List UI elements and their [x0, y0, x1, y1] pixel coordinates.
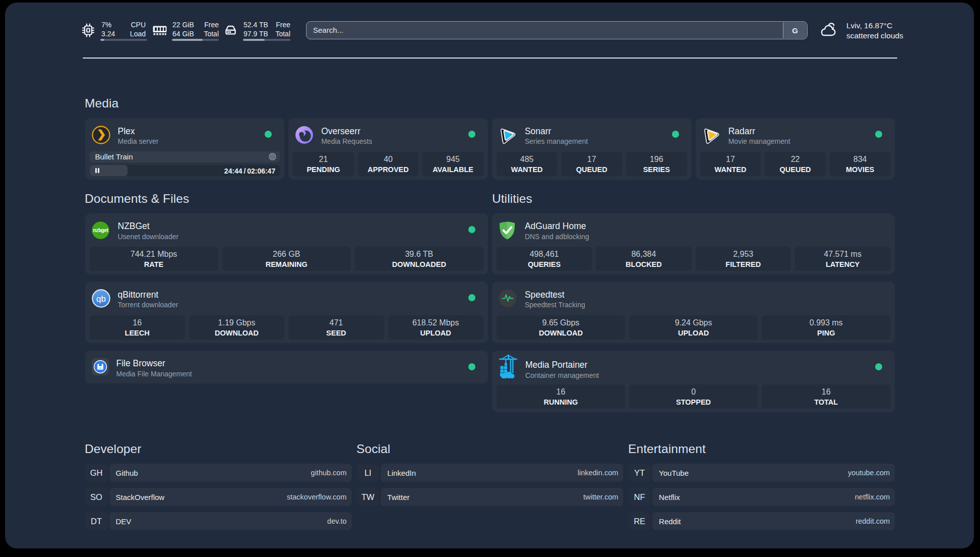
svg-text:nzbget: nzbget	[93, 228, 108, 233]
svg-text:qb: qb	[96, 294, 106, 304]
